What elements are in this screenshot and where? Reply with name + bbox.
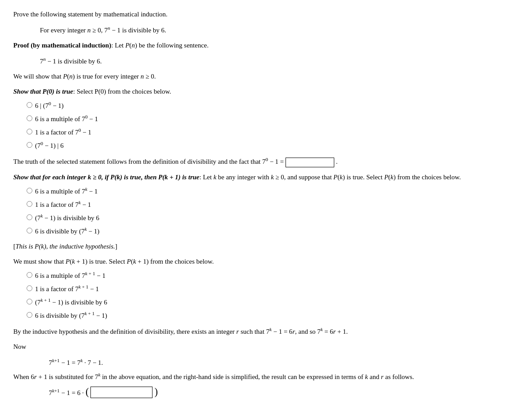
page-title: Prove the following statement by mathema…: [13, 9, 519, 20]
pk-option-1-label: 6 is a multiple of 7k − 1: [35, 185, 98, 197]
show-pk-header: Show that for each integer k ≥ 0, if P(k…: [13, 172, 519, 182]
p0-option-2[interactable]: 6 is a multiple of 70 − 1: [27, 113, 519, 124]
inductive-hypothesis-note: [This is P(k), the inductive hypothesis.…: [13, 241, 519, 252]
equation-input[interactable]: [90, 387, 153, 398]
now-label: Now: [13, 341, 519, 352]
right-paren: ): [154, 387, 158, 397]
p0-radio-2[interactable]: [27, 115, 32, 121]
p0-option-2-label: 6 is a multiple of 70 − 1: [35, 113, 98, 124]
must-show: We must show that P(k + 1) is true. Sele…: [13, 256, 519, 267]
pk-radio-1[interactable]: [27, 188, 32, 194]
pk-radio-2[interactable]: [27, 201, 32, 207]
left-paren: (: [86, 387, 89, 397]
equation-2-lhs: 7k+1 − 1 = 6 ·: [49, 387, 84, 398]
pk1-radio-1[interactable]: [27, 272, 32, 278]
p0-option-4-label: (70 − 1) | 6: [35, 139, 64, 151]
show-p0-header: Show that P(0) is true: Select P(0) from…: [13, 86, 519, 97]
pk1-radio-2[interactable]: [27, 285, 32, 291]
pk-option-1[interactable]: 6 is a multiple of 7k − 1: [27, 185, 519, 197]
pk-option-3[interactable]: (7k − 1) is divisible by 6: [27, 212, 519, 223]
show-pk-section: Show that for each integer k ≥ 0, if P(k…: [13, 172, 519, 237]
pn-sentence: 7n − 1 is divisible by 6.: [40, 55, 519, 67]
pk-radio-3[interactable]: [27, 214, 32, 220]
pk1-option-4-label: 6 is divisible by (7k + 1 − 1): [35, 309, 107, 321]
main-content: Prove the following statement by mathema…: [13, 9, 519, 403]
p0-option-4[interactable]: (70 − 1) | 6: [27, 139, 519, 151]
truth-statement: The truth of the selected statement foll…: [13, 155, 519, 167]
pk-option-3-label: (7k − 1) is divisible by 6: [35, 212, 99, 223]
p0-option-3-label: 1 is a factor of 70 − 1: [35, 126, 91, 138]
truth-input[interactable]: [286, 158, 334, 167]
p0-radio-4[interactable]: [27, 142, 32, 148]
p0-option-3[interactable]: 1 is a factor of 70 − 1: [27, 126, 519, 138]
p0-radio-3[interactable]: [27, 129, 32, 134]
p0-radio-1[interactable]: [27, 102, 32, 108]
intro-statement: For every integer n ≥ 0, 7n − 1 is divis…: [40, 24, 519, 36]
pk-option-4[interactable]: 6 is divisible by (7k − 1): [27, 225, 519, 237]
p0-option-1-label: 6 | (70 − 1): [35, 99, 64, 111]
when-substituted: When 6r + 1 is substituted for 7k in the…: [13, 371, 519, 382]
equation-1: 7k+1 − 1 = 7k · 7 − 1.: [49, 356, 519, 368]
pk1-radio-4[interactable]: [27, 312, 32, 318]
pk-option-2-label: 1 is a factor of 7k − 1: [35, 198, 91, 210]
by-inductive: By the inductive hypothesis and the defi…: [13, 325, 519, 337]
will-show: We will show that P(n) is true for every…: [13, 71, 519, 82]
pk-option-4-label: 6 is divisible by (7k − 1): [35, 225, 99, 237]
pk1-option-2[interactable]: 1 is a factor of 7k + 1 − 1: [27, 283, 519, 294]
p0-option-1[interactable]: 6 | (70 − 1): [27, 99, 519, 111]
pk-option-2[interactable]: 1 is a factor of 7k − 1: [27, 198, 519, 210]
pk-radio-4[interactable]: [27, 228, 32, 233]
pk1-option-3-label: (7k + 1 − 1) is divisible by 6: [35, 296, 107, 308]
pk1-option-3[interactable]: (7k + 1 − 1) is divisible by 6: [27, 296, 519, 308]
pk1-option-2-label: 1 is a factor of 7k + 1 − 1: [35, 283, 99, 294]
proof-intro: Proof (by mathematical induction): Let P…: [13, 40, 519, 51]
show-pk1-section: We must show that P(k + 1) is true. Sele…: [13, 256, 519, 321]
equation-2: 7k+1 − 1 = 6 · ( ): [49, 387, 519, 398]
show-p0-section: Show that P(0) is true: Select P(0) from…: [13, 86, 519, 151]
pk1-option-4[interactable]: 6 is divisible by (7k + 1 − 1): [27, 309, 519, 321]
pk1-radio-3[interactable]: [27, 299, 32, 304]
pk1-option-1[interactable]: 6 is a multiple of 7k + 1 − 1: [27, 269, 519, 281]
pk1-option-1-label: 6 is a multiple of 7k + 1 − 1: [35, 269, 106, 281]
